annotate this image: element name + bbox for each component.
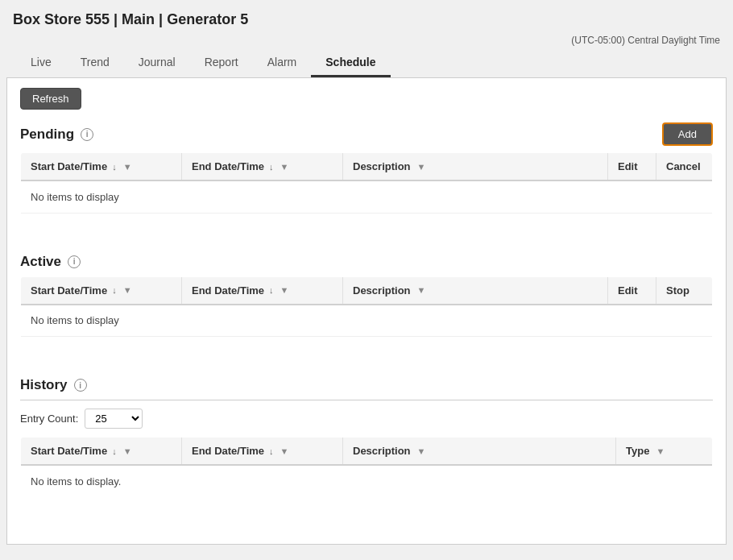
end-filter-icon[interactable]: ▼ (280, 162, 289, 172)
active-col-desc: Description ▼ (343, 276, 608, 305)
active-end-sort-icon[interactable]: ↓ (269, 285, 274, 295)
pending-section: Pending i Add Start Date/Time ↓ ▼ (20, 122, 713, 238)
active-section: Active i Start Date/Time ↓ ▼ En (20, 254, 713, 362)
history-empty-row: No items to display. (21, 465, 713, 497)
active-col-start: Start Date/Time ↓ ▼ (21, 276, 182, 305)
history-col-desc: Description ▼ (343, 438, 616, 466)
add-pending-button[interactable]: Add (662, 122, 713, 146)
tab-report[interactable]: Report (190, 49, 253, 77)
start-sort-icon[interactable]: ↓ (112, 162, 117, 172)
active-desc-filter-icon[interactable]: ▼ (417, 285, 426, 295)
history-col-start: Start Date/Time ↓ ▼ (21, 438, 182, 466)
pending-table-header-row: Start Date/Time ↓ ▼ End Date/Time ↓ ▼ (21, 153, 713, 181)
history-end-sort-icon[interactable]: ↓ (269, 446, 274, 456)
history-start-sort-icon[interactable]: ↓ (112, 446, 117, 456)
entry-count-select[interactable]: 10 25 50 100 (85, 409, 143, 429)
active-col-edit: Edit (608, 276, 656, 305)
entry-count-label: Entry Count: (20, 413, 78, 425)
active-start-filter-icon[interactable]: ▼ (123, 285, 132, 295)
history-start-filter-icon[interactable]: ▼ (123, 446, 132, 456)
active-start-sort-icon[interactable]: ↓ (112, 285, 117, 295)
start-filter-icon[interactable]: ▼ (123, 162, 132, 172)
history-section-title: History i (20, 377, 87, 393)
active-end-filter-icon[interactable]: ▼ (280, 285, 289, 295)
active-section-header: Active i (20, 254, 713, 270)
history-divider (20, 400, 713, 400)
history-table: Start Date/Time ↓ ▼ End Date/Time ↓ ▼ (20, 437, 713, 498)
pending-spacer-row (21, 213, 713, 237)
pending-col-cancel: Cancel (656, 153, 713, 181)
active-table-header-row: Start Date/Time ↓ ▼ End Date/Time ↓ ▼ (21, 276, 713, 305)
pending-empty-row: No items to display (21, 180, 713, 213)
active-col-stop: Stop (656, 276, 713, 305)
tab-journal[interactable]: Journal (124, 49, 190, 77)
timezone-label: (UTC-05:00) Central Daylight Time (571, 35, 720, 46)
history-col-type: Type ▼ (616, 438, 713, 466)
history-desc-filter-icon[interactable]: ▼ (417, 446, 426, 456)
history-info-icon[interactable]: i (74, 379, 87, 392)
pending-col-end: End Date/Time ↓ ▼ (182, 153, 343, 181)
tab-schedule[interactable]: Schedule (311, 49, 390, 77)
active-section-title: Active i (20, 254, 81, 270)
pending-table: Start Date/Time ↓ ▼ End Date/Time ↓ ▼ (20, 152, 713, 238)
history-table-header-row: Start Date/Time ↓ ▼ End Date/Time ↓ ▼ (21, 438, 713, 466)
active-col-end: End Date/Time ↓ ▼ (182, 276, 343, 305)
tab-live[interactable]: Live (16, 49, 66, 77)
pending-col-edit: Edit (608, 153, 656, 181)
pending-empty-message: No items to display (21, 180, 713, 213)
pending-col-start: Start Date/Time ↓ ▼ (21, 153, 182, 181)
history-controls: Entry Count: 10 25 50 100 (20, 409, 713, 429)
history-section-header: History i (20, 377, 713, 393)
tab-alarm[interactable]: Alarm (253, 49, 312, 77)
tab-trend[interactable]: Trend (66, 49, 124, 77)
active-info-icon[interactable]: i (68, 255, 81, 268)
refresh-button[interactable]: Refresh (20, 88, 81, 110)
history-col-end: End Date/Time ↓ ▼ (182, 438, 343, 466)
history-type-filter-icon[interactable]: ▼ (656, 446, 665, 456)
pending-col-desc: Description ▼ (343, 153, 608, 181)
active-empty-row: No items to display (21, 305, 713, 337)
history-empty-message: No items to display. (21, 465, 713, 497)
active-empty-message: No items to display (21, 305, 713, 337)
pending-section-title: Pending i (20, 127, 93, 143)
end-sort-icon[interactable]: ↓ (269, 162, 274, 172)
pending-info-icon[interactable]: i (81, 128, 93, 141)
active-spacer-row (21, 337, 713, 361)
main-content: Refresh Pending i Add Start Date/Time ↓ … (6, 77, 727, 545)
active-table: Start Date/Time ↓ ▼ End Date/Time ↓ ▼ (20, 276, 713, 362)
history-section: History i Entry Count: 10 25 50 100 Star… (20, 377, 713, 498)
desc-filter-icon[interactable]: ▼ (417, 162, 426, 172)
toolbar: Refresh (20, 88, 713, 110)
pending-section-header: Pending i Add (20, 122, 713, 146)
navigation-tabs: Live Trend Journal Report Alarm Schedule (13, 49, 720, 77)
history-end-filter-icon[interactable]: ▼ (280, 446, 289, 456)
page-title: Box Store 555 | Main | Generator 5 (13, 11, 720, 28)
